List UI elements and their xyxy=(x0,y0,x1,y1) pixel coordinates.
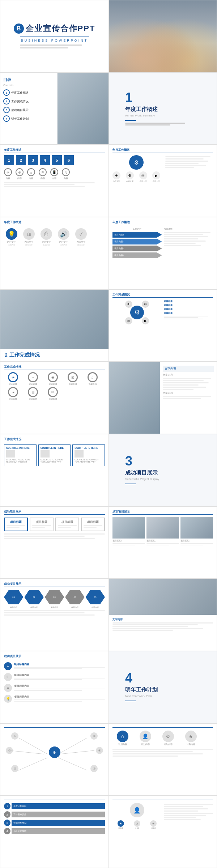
ar-line7 xyxy=(164,245,201,246)
wc-4: ⊠ 完成情况4 xyxy=(64,372,82,385)
wc-8: ✉ 完成情况8 xyxy=(44,387,62,400)
pdr-l2 xyxy=(164,806,203,807)
puz-1-l2 xyxy=(7,527,20,528)
section1-num: 1 xyxy=(125,91,200,104)
pi-text-area xyxy=(112,749,213,757)
icon-speaker: 🔊 内容文字 添加内容 xyxy=(56,228,71,246)
node-title xyxy=(4,727,105,728)
airplane-label: 内容 xyxy=(6,177,10,180)
wc-circle-5: ⌂ xyxy=(88,372,98,382)
plan-flow-inner: 1 年度计划目标 2 工作重点安排 3 资源分配规划 xyxy=(0,796,109,837)
camera-label: 内容 xyxy=(17,177,22,180)
sub-box-1-title: SUBTITLE IN HERE xyxy=(6,447,34,449)
speaker-sub: 添加内容 xyxy=(56,244,71,246)
pi-label-4: 计划内容 xyxy=(181,743,201,746)
puz-4: 项目标题 xyxy=(81,518,105,531)
pt-l4 xyxy=(163,384,199,386)
wc-6: ❧ 完成情况6 xyxy=(4,387,22,400)
pf-label-2: 工作重点安排 xyxy=(13,813,26,816)
pit-l3 xyxy=(112,753,203,754)
pf-label-4: 风险评估预防 xyxy=(13,830,26,833)
gallery-img-2 xyxy=(146,517,179,539)
li-text-3: 项目标题内容 xyxy=(14,684,105,692)
puz-2-l xyxy=(32,525,51,526)
po-l1 xyxy=(112,622,213,624)
d-line1 xyxy=(165,156,211,157)
wc-1: ✈ 完成情况1 xyxy=(4,372,22,385)
puzzle-desc xyxy=(4,533,105,539)
diagram1-inner: 年度工作概述 ⚙ ✈ 内容文字 ⚙ 内容文字 xyxy=(109,145,217,185)
li-text-2: 项目标题内容 xyxy=(14,673,105,681)
center-circle-wrap: ⚙ xyxy=(112,155,161,170)
numbers-row: 1 2 3 4 5 6 xyxy=(4,155,105,165)
pd-ic-1: ★ 计划1 xyxy=(118,820,124,829)
ar-line3 xyxy=(164,236,208,237)
circle-item-4: ▶ 内容文字 xyxy=(152,171,160,182)
li-l6 xyxy=(14,690,82,691)
pf-num-1: 1 xyxy=(4,803,10,809)
wifi2-label: 内容文字 xyxy=(21,241,37,244)
pf-label-1: 年度计划目标 xyxy=(13,805,26,808)
speaker-icon: 🔊 xyxy=(58,228,69,240)
hex-labels: 标题内容 标题内容 标题内容 标题内容 标题内容 xyxy=(4,606,105,608)
print-icon: ⎙ xyxy=(41,228,52,240)
gallery-inner: 成功项目展示 项目图片1 项目图片2 项目图片3 xyxy=(109,507,217,549)
gt-l3 xyxy=(164,319,203,319)
hex-l3: 标题内容 xyxy=(45,606,64,608)
subtitle-line2 xyxy=(20,47,68,48)
contents-num-4: 4 xyxy=(3,115,10,122)
speaker-label: 内容文字 xyxy=(56,241,71,244)
slide-section2-right: 工作完成情况 ⚙ ✈ ⚙ ◎ ▶ 项目标题 项目标题 项目标题 项 xyxy=(109,289,217,362)
sub-box-1: SUBTITLE IN HERE CLICK HERE TO ADD YOUR … xyxy=(4,444,37,466)
work-circles-title: 工作完成情况 xyxy=(4,365,105,370)
num-box-5: 5 xyxy=(52,155,62,165)
icon-wifi2: ≋ 内容文字 添加内容 xyxy=(21,228,37,246)
sub-box-2-img xyxy=(41,450,50,458)
plan-details-content: 👤 ★ 计划1 ⚙ 计划2 ✈ 计划3 xyxy=(112,803,213,829)
slide-subtitle-boxes: 工作完成情况 SUBTITLE IN HERE CLICK HERE TO AD… xyxy=(0,434,109,506)
print-sub: 添加内容 xyxy=(39,244,54,246)
pf-bar-3: 资源分配规划 xyxy=(12,820,105,826)
list-item-4: 💡 项目标题内容 xyxy=(4,695,105,703)
n-line1 xyxy=(4,182,95,183)
gallery-img-3 xyxy=(180,517,213,539)
gear-text-title3: 项目标题 xyxy=(164,308,213,311)
pf-label-3: 资源分配规划 xyxy=(13,821,26,825)
section1-content: 1 年度工作概述 Annual Work Summary xyxy=(116,84,209,133)
pd-l1 xyxy=(4,533,105,535)
section2-right-inner: 工作完成情况 ⚙ ✈ ⚙ ◎ ▶ 项目标题 项目标题 项目标题 项 xyxy=(109,290,217,328)
diagram1-content: ⚙ ✈ 内容文字 ⚙ 内容文字 ◎ 内容文字 xyxy=(112,155,213,182)
li-icon-3: ⚙ xyxy=(4,684,12,692)
gear-diagram: ⚙ ✈ ⚙ ◎ ▶ xyxy=(124,300,150,325)
wifi2-icon: ≋ xyxy=(23,228,35,240)
icon-home: ⌂ 内容 xyxy=(27,168,35,180)
c-label4: 内容文字 xyxy=(152,180,160,182)
d-line5 xyxy=(165,165,206,166)
list-item-1: ★ 项目标题内容 xyxy=(4,662,105,670)
c-icon2: ⚙ xyxy=(126,171,134,179)
slide-node-diagram: ⚙ ① ② ③ ④ ⑤ ⑥ xyxy=(0,723,109,796)
slide-section3-title: 3 成功项目展示 Successful Project Display xyxy=(109,434,217,506)
pd-right xyxy=(164,803,213,829)
gear-tl: ✈ xyxy=(125,301,132,308)
pd-i2: ⚙ xyxy=(134,820,140,827)
section4-num: 4 xyxy=(125,672,200,685)
plan-icons-grid: ⌂ 计划内容 👤 计划内容 ⚙ 计划内容 ★ 计划内容 xyxy=(112,731,213,746)
pd-il-1: 计划1 xyxy=(118,827,124,829)
arrow-box-4: 项目内容4 xyxy=(112,252,162,258)
arrow-box-2: 项目内容2 xyxy=(112,239,162,244)
puz-3-l xyxy=(58,525,77,526)
slide-team-photo xyxy=(109,0,217,72)
po-text-area: 文字内容 xyxy=(109,615,217,651)
d-line6 xyxy=(165,167,194,168)
pi-icon-4: ★ xyxy=(185,731,197,742)
gear-text-title2: 项目标题 xyxy=(164,304,213,307)
section2-right-title: 工作完成情况 xyxy=(112,293,213,298)
puz-2-label: 项目标题 xyxy=(32,520,51,524)
arrow-left: 工作内容 项目内容1 项目内容2 项目内容3 项目内容4 xyxy=(112,227,162,258)
slide-title: B 企业宣传合作PPT BUSINESS POWERPOINT xyxy=(0,0,109,72)
gallery-cap-2: 项目图片2 xyxy=(146,539,179,542)
hex-row: 01 02 03 04 05 xyxy=(4,590,105,604)
pdr-l1 xyxy=(164,804,213,805)
list-content: ★ 项目标题内容 ✈ 项目标题内容 ⚙ xyxy=(4,662,105,703)
